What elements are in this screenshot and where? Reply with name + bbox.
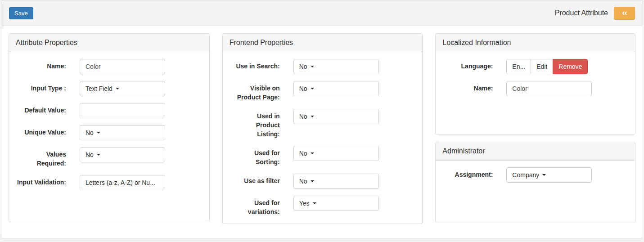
- input-type-row: Input Type : Text Field: [16, 81, 203, 96]
- unique-value-dropdown[interactable]: No: [80, 125, 165, 140]
- caret-down-icon: [116, 88, 119, 90]
- use-as-filter-dropdown[interactable]: No: [293, 174, 379, 189]
- use-in-search-dropdown[interactable]: No: [293, 59, 379, 74]
- panel-localized-information: Localized Information Language: En... Ed…: [435, 33, 635, 135]
- caret-down-icon: [97, 154, 100, 156]
- toolbar: Save Product Attribute ‹‹: [1, 0, 643, 26]
- toolbar-right: Product Attribute ‹‹: [555, 7, 635, 20]
- localized-information-title: Localized Information: [436, 34, 635, 52]
- administrator-title: Administrator: [436, 142, 635, 161]
- language-row: Language: En... Edit Remove: [442, 59, 628, 74]
- localized-name-input[interactable]: [506, 81, 592, 96]
- input-validation-row: Input Validation: Letters (a-z, A-Z) or …: [16, 175, 203, 190]
- input-validation-label: Input Validation:: [16, 175, 66, 190]
- use-as-filter-label: Use as filter: [230, 174, 280, 189]
- used-in-product-listing-row: Used in Product Listing: No: [230, 109, 416, 139]
- caret-down-icon: [311, 116, 314, 117]
- language-label: Language:: [442, 59, 493, 74]
- caret-down-icon: [311, 88, 314, 90]
- input-type-label: Input Type :: [16, 81, 66, 96]
- used-for-sorting-label: Used for Sorting:: [230, 146, 280, 167]
- main-container: Save Product Attribute ‹‹ Attribute Prop…: [1, 0, 643, 238]
- caret-down-icon: [311, 66, 314, 67]
- name-input[interactable]: [80, 59, 165, 74]
- assignment-label: Assignment:: [442, 167, 493, 183]
- unique-value-row: Unique Value: No: [16, 125, 203, 140]
- used-for-sorting-dropdown[interactable]: No: [293, 146, 379, 161]
- use-as-filter-row: Use as filter No: [230, 174, 416, 189]
- visible-on-product-page-row: Visible on Product Page: No: [230, 81, 416, 102]
- language-button-group: En... Edit Remove: [506, 59, 588, 74]
- language-edit-button[interactable]: Edit: [531, 59, 553, 74]
- used-in-product-listing-dropdown[interactable]: No: [293, 109, 379, 124]
- double-chevron-left-icon: ‹‹: [622, 8, 627, 17]
- values-required-label: Values Required:: [16, 147, 66, 168]
- default-value-label: Default Value:: [16, 103, 66, 118]
- language-select-button[interactable]: En...: [506, 59, 531, 74]
- panel-attribute-properties: Attribute Properties Name: Input Type : …: [9, 33, 210, 222]
- localized-name-label: Name:: [442, 81, 493, 96]
- unique-value-label: Unique Value:: [16, 125, 66, 140]
- caret-down-icon: [311, 152, 314, 154]
- input-type-dropdown[interactable]: Text Field: [80, 81, 165, 96]
- caret-down-icon: [542, 174, 546, 176]
- save-button[interactable]: Save: [9, 7, 33, 19]
- default-value-row: Default Value:: [16, 103, 203, 118]
- used-for-sorting-row: Used for Sorting: No: [230, 146, 416, 167]
- default-value-input[interactable]: [80, 103, 165, 118]
- assignment-row: Assignment: Company: [442, 167, 628, 183]
- caret-down-icon: [311, 180, 314, 182]
- name-row: Name:: [16, 59, 203, 74]
- content-area: Attribute Properties Name: Input Type : …: [1, 26, 643, 231]
- frontend-properties-title: Frontend Properties: [223, 34, 423, 52]
- panel-frontend-properties: Frontend Properties Use in Search: No Vi…: [222, 33, 423, 224]
- name-label: Name:: [16, 59, 66, 74]
- values-required-dropdown[interactable]: No: [80, 147, 165, 162]
- caret-down-icon: [97, 132, 100, 134]
- used-for-variations-dropdown[interactable]: Yes: [293, 196, 379, 211]
- caret-down-icon: [313, 202, 316, 204]
- assignment-dropdown[interactable]: Company: [506, 167, 592, 183]
- collapse-panel-button[interactable]: ‹‹: [614, 7, 635, 20]
- use-in-search-label: Use in Search:: [230, 59, 280, 74]
- localized-name-row: Name:: [442, 81, 628, 96]
- language-remove-button[interactable]: Remove: [553, 59, 588, 74]
- used-in-product-listing-label: Used in Product Listing:: [230, 109, 280, 139]
- values-required-row: Values Required: No: [16, 147, 203, 168]
- used-for-variations-label: Used for variations:: [230, 196, 280, 217]
- attribute-properties-title: Attribute Properties: [9, 34, 209, 52]
- page-title: Product Attribute: [555, 9, 608, 17]
- used-for-variations-row: Used for variations: Yes: [230, 196, 416, 217]
- right-column: Localized Information Language: En... Ed…: [435, 33, 635, 223]
- visible-on-product-page-label: Visible on Product Page:: [230, 81, 280, 102]
- visible-on-product-page-dropdown[interactable]: No: [293, 81, 379, 96]
- panel-administrator: Administrator Assignment: Company: [435, 142, 635, 223]
- input-validation-dropdown[interactable]: Letters (a-z, A-Z) or Nu...: [80, 175, 165, 190]
- use-in-search-row: Use in Search: No: [230, 59, 416, 74]
